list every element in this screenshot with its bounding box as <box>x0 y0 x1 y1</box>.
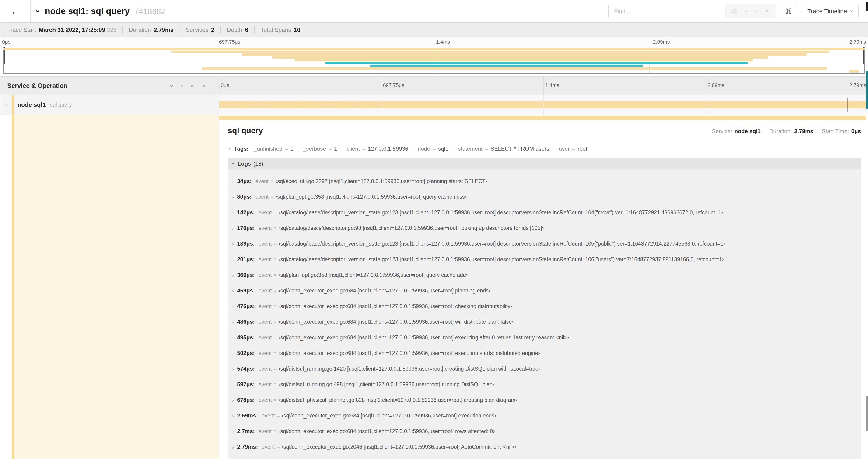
log-entry[interactable]: ›366μs:event=‹sql/plan_opt.go:358 [nsql1… <box>231 271 855 279</box>
column-resize-handle[interactable] <box>215 88 217 94</box>
ruler-tick-label: 697.75μs <box>219 39 240 45</box>
log-field-key: event <box>258 303 272 309</box>
divider <box>765 128 765 134</box>
log-entry[interactable]: ›201μs:event=‹sql/catalog/lease/descript… <box>231 256 855 264</box>
ruler-tick-label: 2.09ms <box>708 82 724 88</box>
trace-info-item: Trace StartMarch 31 2022, 17:25:09.326 <box>7 27 117 33</box>
trace-info-value: 2 <box>211 27 214 33</box>
chevron-right-icon: › <box>232 194 234 201</box>
tags-row[interactable]: › Tags: _unfinished=1_verbose=1client=12… <box>228 145 861 152</box>
back-arrow-icon: ← <box>11 6 20 16</box>
logs-count: (18) <box>253 160 264 167</box>
detail-span-bar[interactable] <box>219 116 866 120</box>
log-field-value: ‹sql/catalog/lease/descriptor_version_st… <box>279 256 724 262</box>
log-tick-mark <box>352 98 353 112</box>
log-entry[interactable]: ›678μs:event=‹sql/distsql_physical_plann… <box>231 396 855 404</box>
span-color-stripe <box>12 95 14 114</box>
log-fields: event=‹sql/catalog/lease/descriptor_vers… <box>258 209 723 217</box>
log-fields: event=‹sql/conn_executor_exec.go:684 [ns… <box>261 412 496 420</box>
collapse-trace-icon[interactable]: › <box>34 10 43 12</box>
span-collapse-icon[interactable]: › <box>3 104 9 106</box>
chevron-right-icon: › <box>232 350 234 357</box>
log-tick-mark <box>334 98 334 112</box>
trace-info-item: Duration2.79ms <box>129 27 174 33</box>
log-entry[interactable]: ›2.7ms:event=‹sql/conn_executor_exec.go:… <box>231 428 855 435</box>
log-field-value: ‹sql/catalog/lease/descriptor_version_st… <box>279 241 725 247</box>
chevron-right-icon: › <box>232 303 234 310</box>
span-detail-name-cell[interactable] <box>0 115 219 459</box>
timeline-ruler: 0μs697.75μs1.4ms2.09ms2.79ms <box>219 77 868 95</box>
log-field-value: ‹sql/exec_util.go:2297 [nsql1,client=127… <box>275 178 487 184</box>
log-entry[interactable]: ›597μs:event=‹sql/distsql_running.go:498… <box>231 381 855 389</box>
scrollbar-thumb[interactable] <box>866 396 868 431</box>
log-entry[interactable]: ›34μs:event=‹sql/exec_util.go:2297 [nsql… <box>231 178 855 186</box>
log-equals: = <box>274 428 277 434</box>
tag-equals: = <box>328 145 332 152</box>
log-fields: event=‹sql/plan_opt.go:358 [nsql1,client… <box>255 193 467 201</box>
log-entry[interactable]: ›486μs:event=‹sql/conn_executor_exec.go:… <box>231 318 855 326</box>
log-entry[interactable]: ›189μs:event=‹sql/catalog/lease/descript… <box>231 240 855 248</box>
log-field-key: event <box>258 397 272 403</box>
log-fields: event=‹sql/conn_executor_exec.go:684 [ns… <box>258 303 512 310</box>
tags-label: Tags: <box>234 145 248 152</box>
log-entry[interactable]: ›502μs:event=‹sql/conn_executor_exec.go:… <box>231 350 855 357</box>
trace-info-value: 2.79ms <box>154 27 174 33</box>
log-entry[interactable]: ›476μs:event=‹sql/conn_executor_exec.go:… <box>231 303 855 310</box>
scrollbar-fragment[interactable] <box>866 71 868 109</box>
span-name-cell[interactable]: › node sql1 sql query <box>0 95 219 115</box>
expand-all-icon[interactable]: » <box>202 83 206 89</box>
ruler-tick-label: 697.75μs <box>383 82 404 88</box>
next-result-icon[interactable]: › <box>753 10 760 12</box>
log-entry[interactable]: ›2.79ms:event=‹sql/conn_executor_exec.go… <box>231 444 855 451</box>
log-tick-mark <box>266 98 266 112</box>
log-field-value: ‹sql/conn_executor_exec.go:684 [nsql1,cl… <box>279 350 540 356</box>
log-field-key: event <box>258 241 272 247</box>
log-tick-mark <box>263 98 264 112</box>
log-fields: event=‹sql/conn_executor_exec.go:684 [ns… <box>258 318 514 326</box>
span-duration-bar[interactable] <box>219 101 867 108</box>
logs-header[interactable]: › Logs (18) <box>228 158 861 169</box>
log-entry[interactable]: ›2.69ms:event=‹sql/conn_executor_exec.go… <box>231 412 855 420</box>
log-fields: event=‹sql/catalog/lease/descriptor_vers… <box>258 240 725 248</box>
span-detail-panel: sql query Service:node sql1Duration:2.79… <box>219 115 868 459</box>
focus-icon[interactable]: ◎ <box>732 8 738 14</box>
find-input[interactable] <box>609 4 725 18</box>
log-entry[interactable]: ›176μs:event=‹sql/catalog/descs/descript… <box>231 225 855 232</box>
detail-span-meta: Service:node sql1Duration:2.79msStart Ti… <box>712 128 861 135</box>
back-button[interactable]: ← <box>0 0 31 22</box>
timeline-minimap[interactable] <box>3 47 865 74</box>
log-entry[interactable]: ›142μs:event=‹sql/catalog/lease/descript… <box>231 209 855 217</box>
expand-collapse-controls: ››»» <box>170 83 206 89</box>
log-timestamp: 495μs: <box>237 334 255 341</box>
ruler-tick-label: 0μs <box>2 39 10 45</box>
log-equals: = <box>274 256 277 262</box>
log-tick-mark <box>304 98 304 112</box>
trace-summary-bar: Trace StartMarch 31 2022, 17:25:09.326Du… <box>0 22 868 37</box>
span-timeline-cell[interactable] <box>219 95 868 115</box>
log-entry[interactable]: ›574μs:event=‹sql/distsql_running.go:142… <box>231 365 855 373</box>
log-timestamp: 80μs: <box>237 193 252 200</box>
collapse-all-icon[interactable]: » <box>189 84 195 88</box>
log-field-key: event <box>255 194 269 200</box>
ruler-tick-label: 1.4ms <box>436 39 450 45</box>
collapse-one-icon[interactable]: › <box>168 85 175 87</box>
log-entry[interactable]: ›80μs:event=‹sql/plan_opt.go:358 [nsql1,… <box>231 193 855 201</box>
keyboard-shortcuts-button[interactable]: ⌘ <box>781 4 796 19</box>
detail-meta-label: Service: <box>712 128 732 135</box>
detail-meta-value: 2.79ms <box>794 128 813 135</box>
divider <box>298 146 299 152</box>
log-entry[interactable]: ›495μs:event=‹sql/conn_executor_exec.go:… <box>231 334 855 342</box>
log-fields: event=‹sql/distsql_running.go:498 [nsql1… <box>258 381 494 389</box>
trace-info-value: March 31 2022, 17:25:09 <box>39 27 105 33</box>
timeline-header: Service & Operation ››»» 0μs697.75μs1.4m… <box>0 76 868 95</box>
clear-search-icon[interactable]: × <box>765 8 769 14</box>
detail-meta-label: Start Time: <box>822 128 849 135</box>
span-row[interactable]: › node sql1 sql query <box>0 95 868 115</box>
trace-view-selector[interactable]: Trace Timeline › <box>801 4 859 19</box>
expand-one-icon[interactable]: › <box>181 83 183 89</box>
prev-result-icon[interactable]: › <box>743 10 749 12</box>
ruler-tick-label: 2.79ms <box>849 39 866 45</box>
tag-item: user=root <box>559 145 587 152</box>
chevron-right-icon: › <box>232 287 234 294</box>
log-entry[interactable]: ›459μs:event=‹sql/conn_executor_exec.go:… <box>231 287 855 295</box>
